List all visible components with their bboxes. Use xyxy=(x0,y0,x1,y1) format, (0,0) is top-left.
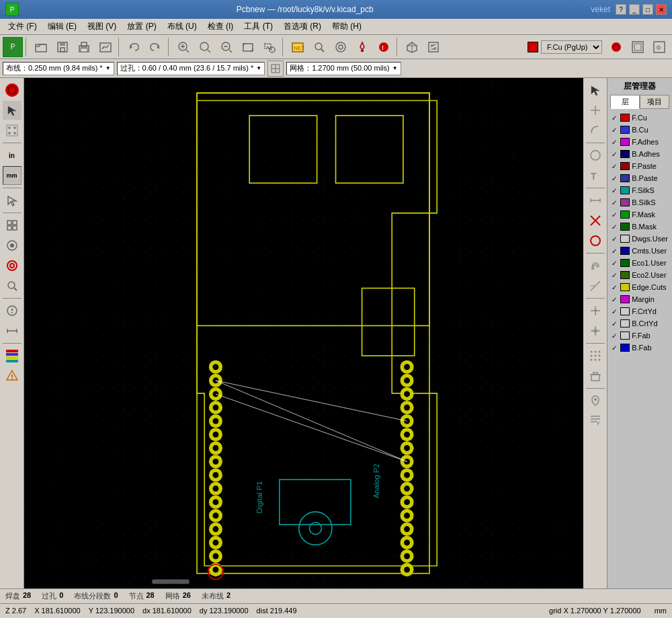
add-footprint-tool[interactable] xyxy=(3,216,22,235)
svg-point-195 xyxy=(594,359,596,361)
grid-settings-btn[interactable] xyxy=(267,61,284,77)
layer-tab-project[interactable]: 项目 xyxy=(640,95,669,109)
layer-row[interactable]: ✓Eco2.User xyxy=(610,269,669,281)
add-zone-btn[interactable] xyxy=(586,231,605,250)
print-btn[interactable] xyxy=(74,37,94,57)
copper-zones-btn[interactable] xyxy=(628,37,648,57)
redo-btn[interactable] xyxy=(145,37,165,57)
grid-dots-btn[interactable] xyxy=(586,346,605,365)
layer-icon-btn[interactable] xyxy=(606,37,626,57)
delete-btn[interactable] xyxy=(586,366,605,385)
undo-btn[interactable] xyxy=(124,37,144,57)
highlight-net-tool[interactable] xyxy=(3,121,22,140)
add-circle-btn[interactable] xyxy=(586,146,605,165)
add-dimension-btn[interactable] xyxy=(586,191,605,210)
inspect-tool[interactable] xyxy=(3,301,22,320)
save-btn[interactable] xyxy=(52,37,73,57)
menu-tools[interactable]: 工具 (T) xyxy=(239,20,278,34)
inches-unit[interactable]: in xyxy=(3,146,22,165)
mm-unit[interactable]: mm xyxy=(3,166,22,185)
add-via-btn[interactable] xyxy=(586,101,605,120)
sep3 xyxy=(168,38,171,56)
cursor-tool[interactable] xyxy=(3,101,22,120)
layer-row[interactable]: ✓F.Adhes xyxy=(610,136,669,148)
place-origin-btn[interactable] xyxy=(586,301,605,320)
layer-row[interactable]: ✓F.SilkS xyxy=(610,184,669,196)
route-track-tool[interactable] xyxy=(3,236,22,255)
menu-prefs[interactable]: 首选项 (R) xyxy=(278,20,327,34)
add-keepout-btn[interactable] xyxy=(586,211,605,230)
layer-row[interactable]: ✓B.Cu xyxy=(610,124,669,136)
menu-view[interactable]: 视图 (V) xyxy=(82,20,122,34)
gerber-btn[interactable] xyxy=(423,37,444,57)
layer-row[interactable]: ✓F.Mask xyxy=(610,208,669,221)
zoom-fit-btn[interactable] xyxy=(238,37,258,57)
board-setup-btn[interactable] xyxy=(331,37,351,57)
svg-point-107 xyxy=(212,418,218,424)
window-close-btn[interactable]: ✕ xyxy=(656,4,667,15)
open-btn[interactable] xyxy=(31,37,51,57)
search-btn[interactable] xyxy=(309,37,329,57)
window-min-btn[interactable]: _ xyxy=(629,4,640,15)
zoom-out-btn[interactable] xyxy=(216,37,237,57)
layer-dropdown[interactable]: F.Cu (PgUp) B.Cu xyxy=(541,40,602,54)
microwave-btn[interactable] xyxy=(586,256,605,275)
scripting-btn[interactable] xyxy=(586,412,605,430)
layer-row[interactable]: ✓B.Adhes xyxy=(610,148,669,160)
grid-size-arrow[interactable]: ▼ xyxy=(392,65,398,71)
route-interactive-tool[interactable] xyxy=(3,256,22,275)
layer-row[interactable]: ✓F.Cu xyxy=(610,112,669,124)
logo-btn[interactable] xyxy=(3,81,22,100)
add-marker-btn[interactable] xyxy=(586,391,605,410)
layer-row[interactable]: ✓F.Fab xyxy=(610,330,669,342)
route-track-right-btn[interactable] xyxy=(586,276,605,295)
layer-selector[interactable]: F.Cu (PgUp) B.Cu xyxy=(528,40,602,54)
layer-row[interactable]: ✓B.CrtYd xyxy=(610,317,669,330)
layer-tab-layers[interactable]: 层 xyxy=(610,95,640,109)
trace-width-field[interactable]: 布线：0.250 mm (9.84 mils) * ▼ xyxy=(3,62,114,75)
trace-width-arrow[interactable]: ▼ xyxy=(106,65,111,71)
measure-tool[interactable] xyxy=(3,321,22,340)
layer-row[interactable]: ✓Margin xyxy=(610,293,669,305)
layer-row[interactable]: ✓B.Paste xyxy=(610,172,669,184)
plot-btn[interactable] xyxy=(95,37,116,57)
netlist-btn[interactable]: NET xyxy=(288,37,308,57)
layer-row[interactable]: ✓B.Fab xyxy=(610,342,669,354)
zoom-in-fit-btn[interactable] xyxy=(173,37,194,57)
window-help-btn[interactable]: ? xyxy=(616,4,626,15)
drc-btn[interactable]: ! xyxy=(374,37,394,57)
new-btn[interactable]: P xyxy=(3,37,23,57)
layer-row[interactable]: ✓B.Mask xyxy=(610,221,669,233)
highlight-btn[interactable] xyxy=(352,37,372,57)
3d-view-btn[interactable] xyxy=(402,37,422,57)
zoom-undo-btn[interactable] xyxy=(195,37,215,57)
via-size-arrow[interactable]: ▼ xyxy=(256,65,261,71)
layer-row[interactable]: ✓F.Paste xyxy=(610,160,669,172)
menu-edit[interactable]: 编辑 (E) xyxy=(42,20,82,34)
layer-row[interactable]: ✓Eco1.User xyxy=(610,257,669,269)
select-mode-btn[interactable] xyxy=(586,81,605,100)
layer-row[interactable]: ✓Cmts.User xyxy=(610,245,669,257)
menu-help[interactable]: 帮助 (H) xyxy=(327,20,367,34)
menu-route[interactable]: 布线 (U) xyxy=(162,20,202,34)
via-size-field[interactable]: 过孔：0.60 / 0.40 mm (23.6 / 15.7 mils) * ▼ xyxy=(117,62,265,75)
zoom-box-btn[interactable] xyxy=(259,37,280,57)
pcb-canvas[interactable]: // This won't execute in SVG, grid is re… xyxy=(24,78,583,588)
layer-row[interactable]: ✓F.CrtYd xyxy=(610,305,669,317)
layer-row[interactable]: ✓B.SilkS xyxy=(610,196,669,208)
settings-btn[interactable]: ⚙ xyxy=(649,37,669,57)
layer-row[interactable]: ✓Edge.Cuts xyxy=(610,281,669,293)
search-footprint-tool[interactable] xyxy=(3,276,22,295)
menu-inspect[interactable]: 检查 (I) xyxy=(202,20,239,34)
grid-origin-btn[interactable] xyxy=(586,321,605,340)
drc-run-btn[interactable] xyxy=(3,366,22,385)
menu-place[interactable]: 放置 (P) xyxy=(122,20,161,34)
menu-file[interactable]: 文件 (F) xyxy=(3,20,42,34)
add-arc-btn[interactable] xyxy=(586,121,605,140)
add-text-btn[interactable]: T xyxy=(586,166,605,185)
layer-colors-btn[interactable] xyxy=(3,346,22,365)
grid-size-field[interactable]: 网格：1.2700 mm (50.00 mils) ▼ xyxy=(286,62,401,75)
layer-row[interactable]: ✓Dwgs.User xyxy=(610,233,669,245)
window-max-btn[interactable]: □ xyxy=(642,4,653,15)
select-tool[interactable] xyxy=(3,191,22,210)
